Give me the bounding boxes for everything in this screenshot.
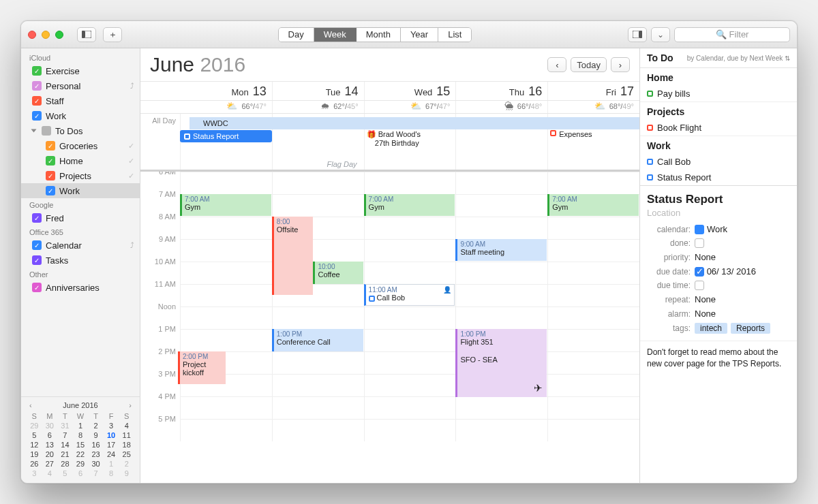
weather-cell: ⛅67°/47° bbox=[364, 101, 456, 113]
plus-icon: ＋ bbox=[108, 29, 117, 41]
sidebar-item[interactable]: ✓Home✓ bbox=[21, 153, 140, 168]
event-gym-mon[interactable]: 7:00 AMGym bbox=[180, 194, 271, 216]
view-tab-day[interactable]: Day bbox=[279, 28, 314, 42]
detail-note[interactable]: Don't forget to read memo about the new … bbox=[640, 341, 797, 375]
sidebar-item[interactable]: ✓Projects✓ bbox=[21, 168, 140, 183]
calendar-main: June 2016 ‹ Today › Mon13Tue14Wed15Thu16… bbox=[140, 48, 640, 483]
allday-event-status[interactable]: Status Report bbox=[180, 130, 272, 147]
sidebar-item[interactable]: ✓Exercise bbox=[21, 63, 140, 78]
sidebar-item[interactable]: ✓Groceries✓ bbox=[21, 138, 140, 153]
todo-item[interactable]: Pay bills bbox=[640, 86, 797, 101]
chevron-down-icon: ⌄ bbox=[657, 30, 664, 40]
view-tab-year[interactable]: Year bbox=[401, 28, 438, 42]
detail-location[interactable]: Location bbox=[647, 208, 790, 218]
sidebar-item[interactable]: ✓Tasks bbox=[21, 253, 140, 268]
event-offsite[interactable]: 8:00Offsite bbox=[272, 217, 314, 295]
today-button[interactable]: Today bbox=[571, 57, 607, 72]
sidebar-icon bbox=[82, 31, 91, 38]
minical-next[interactable]: › bbox=[126, 401, 134, 409]
zoom-button[interactable] bbox=[55, 31, 63, 39]
todo-section: Home bbox=[640, 68, 797, 86]
event-flight[interactable]: 1:00 PMFlight 351SFO - SEA✈ bbox=[455, 329, 547, 397]
day-header[interactable]: Wed15 bbox=[364, 82, 456, 100]
svg-rect-3 bbox=[639, 31, 642, 38]
view-tab-week[interactable]: Week bbox=[314, 28, 357, 42]
day-header[interactable]: Tue14 bbox=[272, 82, 364, 100]
allday-section: All Day WWDC Status Report 🎁 Brad Wood's… bbox=[140, 113, 639, 172]
sidebar-item[interactable]: ✓Anniversaries bbox=[21, 280, 140, 295]
todo-section: Work bbox=[640, 136, 797, 154]
col-thu: 9:00 AMStaff meeting 1:00 PMFlight 351SF… bbox=[455, 172, 547, 483]
event-gym-wed[interactable]: 7:00 AMGym bbox=[364, 194, 455, 216]
todo-title: To Do bbox=[647, 52, 673, 63]
event-conference-call[interactable]: 1:00 PMConference Call bbox=[272, 329, 363, 351]
sidebar-group-header: Other bbox=[21, 268, 140, 280]
sidebar-group-header: Office 365 bbox=[21, 225, 140, 238]
time-grid[interactable]: 6 AM7 AM8 AM9 AM10 AM11 AMNoon1 PM2 PM3 … bbox=[140, 172, 639, 483]
todo-header: To Do by Calendar, due by Next Week ⇅ bbox=[640, 48, 797, 68]
day-header[interactable]: Mon13 bbox=[180, 82, 272, 100]
weather-row: ⛅66°/47°🌧62°/45°⛅67°/47°🌦66°/48°⛅68°/49° bbox=[140, 100, 639, 113]
task-detail: Status Report Location calendar:Work don… bbox=[640, 185, 797, 341]
week-nav: ‹ Today › bbox=[547, 57, 630, 72]
todo-item[interactable]: Status Report bbox=[640, 170, 797, 185]
time-checkbox[interactable] bbox=[695, 281, 704, 290]
filter-search[interactable]: 🔍 Filter bbox=[674, 27, 790, 42]
sidebar-group-header: Google bbox=[21, 198, 140, 210]
sidebar-item[interactable]: ✓Personal⤴ bbox=[21, 78, 140, 93]
next-week-button[interactable]: › bbox=[611, 57, 630, 72]
allday-event-wwdc[interactable]: WWDC bbox=[180, 116, 639, 130]
day-header[interactable]: Thu16 bbox=[455, 82, 547, 100]
sidebar-group-header: iCloud bbox=[21, 51, 140, 63]
day-headers: Mon13Tue14Wed15Thu16Fri17 bbox=[140, 81, 639, 100]
minical-title: June 2016 bbox=[63, 401, 97, 409]
view-segmented-control: DayWeekMonthYearList bbox=[278, 27, 472, 42]
event-gym-fri[interactable]: 7:00 AMGym bbox=[547, 194, 639, 216]
toggle-inspector-button[interactable] bbox=[628, 27, 647, 42]
inspector-menu-button[interactable]: ⌄ bbox=[651, 27, 670, 42]
col-fri: 7:00 AMGym bbox=[547, 172, 639, 483]
weather-cell: 🌧62°/45° bbox=[272, 101, 364, 113]
sidebar-item[interactable]: ✓Work bbox=[21, 183, 140, 198]
sidebar-item[interactable]: ✓Work bbox=[21, 108, 140, 123]
weather-cell: 🌦66°/48° bbox=[455, 101, 547, 113]
search-icon: 🔍 bbox=[716, 29, 727, 40]
event-coffee[interactable]: 10:00Coffee bbox=[313, 262, 363, 284]
allday-event-expenses[interactable]: Expenses bbox=[547, 130, 639, 147]
person-icon: 👤 bbox=[443, 286, 451, 294]
mini-calendar: ‹ June 2016 › SMTWTFS2930311234567891011… bbox=[21, 396, 140, 483]
allday-event-birthday[interactable]: 🎁 Brad Wood's 27th Birthday bbox=[364, 130, 456, 147]
window-controls bbox=[28, 31, 63, 39]
tags[interactable]: intechReports bbox=[695, 323, 774, 333]
sidebar: iCloud✓Exercise✓Personal⤴✓Staff✓WorkTo D… bbox=[21, 48, 140, 483]
todo-sort[interactable]: by Calendar, due by Next Week ⇅ bbox=[687, 54, 790, 62]
minimize-button[interactable] bbox=[42, 31, 50, 39]
view-tab-list[interactable]: List bbox=[438, 28, 471, 42]
weather-cell: ⛅66°/47° bbox=[180, 101, 272, 113]
todo-item[interactable]: Call Bob bbox=[640, 154, 797, 170]
view-tab-month[interactable]: Month bbox=[357, 28, 401, 42]
close-button[interactable] bbox=[28, 31, 36, 39]
add-button[interactable]: ＋ bbox=[103, 27, 122, 42]
toggle-sidebar-button[interactable] bbox=[77, 27, 96, 42]
event-staff-meeting[interactable]: 9:00 AMStaff meeting bbox=[455, 239, 547, 261]
event-project-kickoff[interactable]: 2:00 PMProject kickoff bbox=[178, 351, 226, 384]
sidebar-item[interactable]: ✓Staff bbox=[21, 93, 140, 108]
todo-list: HomePay billsProjectsBook FlightWorkCall… bbox=[640, 68, 797, 185]
col-mon: 7:00 AMGym 2:00 PMProject kickoff bbox=[180, 172, 272, 483]
event-call-bob[interactable]: 👤11:00 AMCall Bob bbox=[364, 284, 455, 306]
sidebar-item[interactable]: ✓Fred bbox=[21, 210, 140, 225]
sidebar-group-todos[interactable]: To Dos bbox=[21, 123, 140, 138]
inspector-icon bbox=[633, 31, 642, 38]
due-checkbox[interactable]: ✓ bbox=[695, 267, 704, 277]
done-checkbox[interactable] bbox=[695, 238, 704, 248]
month-title: June 2016 bbox=[150, 53, 245, 76]
prev-week-button[interactable]: ‹ bbox=[547, 57, 566, 72]
minical-prev[interactable]: ‹ bbox=[27, 401, 35, 409]
sidebar-item[interactable]: ✓Calendar⤴ bbox=[21, 238, 140, 253]
todo-section: Projects bbox=[640, 101, 797, 120]
todo-item[interactable]: Book Flight bbox=[640, 120, 797, 136]
day-header[interactable]: Fri17 bbox=[547, 82, 639, 100]
col-wed: 7:00 AMGym 👤11:00 AMCall Bob bbox=[364, 172, 456, 483]
minical-grid[interactable]: SMTWTFS293031123456789101112131415161718… bbox=[27, 412, 134, 477]
